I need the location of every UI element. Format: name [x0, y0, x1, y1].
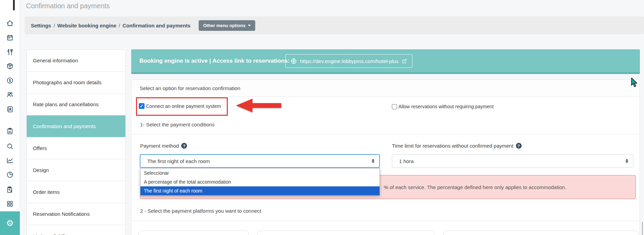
payment-method-value: The first night of each room	[147, 158, 210, 164]
panel-header: Select an option for reservation confirm…	[132, 80, 640, 97]
time-limit-label: Time limit for reservations without conf…	[392, 143, 522, 149]
line-chart-icon[interactable]	[0, 156, 20, 165]
settings-nav-menu: General information Photographs and room…	[26, 49, 126, 235]
breadcrumb-website-booking-engine[interactable]: Website booking engine	[57, 23, 116, 28]
globe-icon	[290, 58, 297, 64]
confirmation-panel: Select an option for reservation confirm…	[131, 79, 640, 235]
payment-method-label: Payment method ?	[140, 143, 187, 149]
page-title: Confirmation and payments	[26, 2, 110, 10]
platform-card[interactable]	[257, 231, 434, 235]
external-link-icon	[401, 58, 407, 64]
home-icon[interactable]	[0, 19, 20, 28]
nav-item-order-items[interactable]: Order items	[27, 181, 125, 203]
booking-engine-banner: Booking engine is active | Access link t…	[131, 49, 640, 74]
divider	[132, 220, 640, 221]
search-icon[interactable]	[0, 142, 20, 151]
gear-icon: ⚙	[6, 219, 14, 227]
breadcrumb-current-page: Confirmation and payments	[123, 23, 190, 28]
dropdown-option-first-night[interactable]: The first night of each room	[140, 186, 380, 195]
sidebar-item-settings-active[interactable]: ⚙	[0, 211, 20, 235]
allow-without-payment-checkbox[interactable]	[392, 104, 397, 109]
breadcrumb: Settings / Website booking engine / Conf…	[25, 16, 644, 34]
help-icon[interactable]: ?	[181, 143, 187, 149]
time-limit-value: 1 hora	[399, 158, 414, 164]
percentage-alert-text: % of each service. The percentage define…	[384, 184, 566, 190]
svg-text:$: $	[9, 79, 11, 83]
breadcrumb-separator: /	[119, 23, 120, 28]
payment-method-dropdown: Seleccionar A percentage of the total ac…	[140, 168, 380, 196]
clipboard-star-icon[interactable]	[0, 185, 20, 194]
sidebar: $ ⚙	[0, 0, 20, 235]
nav-item-general-information[interactable]: General information	[27, 50, 125, 72]
annotation-arrow	[236, 99, 281, 112]
time-limit-select[interactable]: 1 hora	[392, 154, 633, 168]
select-arrows-icon	[626, 159, 628, 163]
clipboard-chart-icon[interactable]	[0, 127, 20, 136]
nav-item-photographs-room-details[interactable]: Photographs and room details	[27, 72, 125, 94]
grid-icon[interactable]	[0, 199, 20, 208]
contact-book-icon[interactable]	[0, 105, 20, 114]
other-menu-options-label: Other menu options	[203, 23, 246, 28]
payment-platforms-title: 2 - Select the payment platforms you wan…	[140, 208, 261, 214]
dropdown-option-seleccionar[interactable]: Seleccionar	[140, 169, 380, 177]
platform-card[interactable]	[443, 231, 639, 235]
dropdown-option-percentage[interactable]: A percentage of the total accommodation	[140, 177, 380, 186]
scrollbar-thumb[interactable]	[642, 222, 643, 235]
dollar-icon[interactable]: $	[0, 76, 20, 85]
allow-without-payment-label: Allow reservations without requiring pay…	[398, 104, 494, 109]
app-window: $ ⚙ Confirmation and payments	[0, 0, 644, 235]
payment-conditions-title: 1- Select the payment conditions	[140, 122, 215, 127]
select-arrows-icon	[372, 159, 374, 163]
annotation-highlight-box	[136, 97, 228, 116]
reservation-link-url: https://dev.engine.lobbypms.com/hotel-pl…	[300, 58, 398, 64]
platform-card[interactable]	[138, 231, 249, 235]
divider	[132, 134, 640, 134]
reservation-link-button[interactable]: https://dev.engine.lobbypms.com/hotel-pl…	[285, 54, 412, 68]
nav-item-reservation-notifications[interactable]: Reservation Notifications	[27, 203, 125, 225]
nav-item-rate-plans-cancellations[interactable]: Rate plans and cancellations	[27, 94, 125, 115]
payment-method-select[interactable]: The first night of each room	[140, 154, 380, 168]
sidebar-scroll-thumb	[13, 0, 15, 10]
chevron-down-icon	[248, 25, 251, 26]
nav-item-limit-availability[interactable]: Limit availability	[27, 225, 125, 235]
nav-item-confirmation-payments[interactable]: Confirmation and payments	[27, 115, 125, 137]
nav-item-design[interactable]: Design	[27, 159, 125, 181]
calendar-icon[interactable]	[0, 33, 20, 42]
restaurant-icon[interactable]	[0, 48, 20, 57]
allow-without-payment-row: Allow reservations without requiring pay…	[392, 104, 494, 109]
mouse-cursor	[631, 78, 639, 88]
package-icon[interactable]	[0, 62, 20, 71]
nav-item-offers[interactable]: Offers	[27, 137, 125, 159]
pie-chart-icon[interactable]	[0, 170, 20, 179]
other-menu-options-button[interactable]: Other menu options	[199, 20, 255, 31]
breadcrumb-settings[interactable]: Settings	[31, 23, 51, 28]
breadcrumb-separator: /	[53, 23, 55, 28]
users-icon[interactable]	[0, 90, 20, 99]
banner-message: Booking engine is active | Access link t…	[139, 49, 290, 72]
help-icon[interactable]: ?	[516, 143, 522, 149]
